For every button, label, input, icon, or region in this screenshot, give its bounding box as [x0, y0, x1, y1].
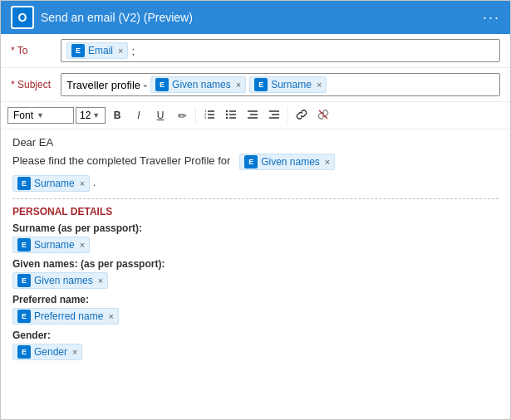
- given-names-token-icon: E: [155, 78, 169, 91]
- greeting-text: Dear EA: [12, 136, 499, 149]
- inline-surname-label: Surname: [34, 178, 75, 189]
- header-left: O Send an email (V2) (Preview): [11, 6, 193, 29]
- given-names-token[interactable]: E Given names ×: [150, 76, 246, 93]
- email-token[interactable]: E Email ×: [66, 42, 128, 59]
- given-names-field-label: Given names: [34, 275, 93, 286]
- underline-button[interactable]: U: [150, 105, 170, 125]
- inline-given-names-label: Given names: [261, 156, 320, 168]
- unordered-list-button[interactable]: [221, 105, 241, 125]
- font-size-selector[interactable]: 12 ▼: [76, 107, 106, 124]
- font-size-value: 12: [80, 110, 91, 121]
- to-label: * To: [11, 45, 61, 56]
- preferred-name-field-token[interactable]: E Preferred name ×: [12, 308, 119, 325]
- svg-point-9: [226, 110, 228, 111]
- toolbar-divider-2: [287, 107, 288, 124]
- email-content-area[interactable]: Dear EA Please find the completed Travel…: [1, 129, 510, 419]
- surname-block-label: Surname (as per passport):: [12, 222, 499, 234]
- inline-surname-token[interactable]: E Surname ×: [12, 175, 90, 192]
- given-names-field-icon: E: [17, 274, 31, 287]
- subject-field-row: * Subject Traveller profile - E Given na…: [1, 68, 510, 102]
- formatting-toolbar: Font ▼ 12 ▼ B I U ✏ 123: [1, 102, 510, 129]
- preferred-name-field-close[interactable]: ×: [108, 311, 113, 321]
- email-token-label: Email: [88, 45, 113, 56]
- intro-line: Please find the completed Traveller Prof…: [12, 154, 499, 170]
- surname-line: E Surname × .: [12, 175, 499, 192]
- surname-block: Surname (as per passport): E Surname ×: [12, 222, 499, 253]
- given-names-token-close[interactable]: ×: [236, 80, 241, 90]
- inline-given-names-token[interactable]: E Given names ×: [239, 154, 335, 170]
- gender-field-close[interactable]: ×: [72, 347, 77, 357]
- header-title: Send an email (V2) (Preview): [41, 11, 193, 24]
- email-body: * To E Email × ; * Subject Traveller pro…: [1, 34, 510, 419]
- given-names-block: Given names: (as per passport): E Given …: [12, 258, 499, 289]
- outlook-icon: O: [11, 6, 34, 29]
- toolbar-divider-1: [195, 107, 196, 124]
- inline-surname-close[interactable]: ×: [80, 178, 85, 188]
- to-field-content[interactable]: E Email × ;: [61, 39, 500, 62]
- surname-field-close[interactable]: ×: [80, 240, 85, 250]
- font-selector-arrow: ▼: [37, 111, 44, 120]
- surname-token[interactable]: E Surname ×: [249, 76, 327, 93]
- email-token-close[interactable]: ×: [118, 46, 123, 56]
- surname-token-icon: E: [254, 78, 268, 91]
- unordered-list-icon: [225, 109, 237, 123]
- surname-field-label: Surname: [34, 239, 75, 251]
- font-selector[interactable]: Font ▼: [7, 107, 74, 124]
- given-names-field-close[interactable]: ×: [98, 276, 103, 286]
- subject-label: * Subject: [11, 79, 61, 90]
- subject-field-content[interactable]: Traveller profile - E Given names × E Su…: [61, 73, 500, 96]
- section-title: PERSONAL DETAILS: [12, 206, 499, 217]
- gender-block-label: Gender:: [12, 330, 499, 341]
- bold-button[interactable]: B: [107, 105, 127, 125]
- intro-text: Please find the completed Traveller Prof…: [12, 154, 230, 167]
- content-divider: [12, 198, 499, 199]
- gender-field-icon: E: [17, 345, 31, 359]
- app-header: O Send an email (V2) (Preview) ···: [1, 1, 510, 34]
- svg-point-11: [226, 116, 228, 118]
- to-field-row: * To E Email × ;: [1, 34, 510, 68]
- outlook-icon-letter: O: [18, 11, 27, 24]
- surname-period: .: [93, 176, 96, 188]
- indent-increase-icon: [268, 109, 280, 123]
- italic-button[interactable]: I: [129, 105, 149, 125]
- font-size-arrow: ▼: [92, 111, 100, 120]
- surname-token-label: Surname: [271, 79, 312, 90]
- highlight-button[interactable]: ✏: [172, 105, 192, 125]
- preferred-name-field-label: Preferred name: [34, 310, 103, 322]
- font-selector-label: Font: [13, 110, 33, 121]
- inline-given-names-icon: E: [244, 155, 258, 168]
- gender-field-label: Gender: [34, 346, 67, 358]
- email-token-icon: E: [71, 44, 85, 57]
- svg-text:3: 3: [204, 115, 207, 120]
- inline-surname-icon: E: [17, 177, 31, 190]
- indent-decrease-button[interactable]: [243, 105, 263, 125]
- given-names-block-label: Given names: (as per passport):: [12, 258, 499, 270]
- unlink-icon: [317, 109, 329, 123]
- link-icon: [296, 109, 307, 123]
- gender-field-token[interactable]: E Gender ×: [12, 344, 82, 360]
- gender-block: Gender: E Gender ×: [12, 330, 499, 360]
- surname-token-close[interactable]: ×: [317, 80, 322, 90]
- given-names-field-token[interactable]: E Given names ×: [12, 272, 108, 289]
- ordered-list-icon: 123: [204, 109, 215, 123]
- surname-field-token[interactable]: E Surname ×: [12, 237, 90, 253]
- surname-field-icon: E: [17, 238, 31, 252]
- preferred-name-block: Preferred name: E Preferred name ×: [12, 294, 499, 325]
- insert-link-button[interactable]: [292, 105, 312, 125]
- to-separator: ;: [131, 45, 135, 57]
- subject-prefix: Traveller profile -: [66, 79, 147, 91]
- preferred-name-field-icon: E: [17, 310, 31, 323]
- indent-increase-button[interactable]: [264, 105, 284, 125]
- inline-given-names-close[interactable]: ×: [325, 157, 330, 167]
- preferred-name-block-label: Preferred name:: [12, 294, 499, 305]
- given-names-token-label: Given names: [172, 79, 231, 90]
- more-options-button[interactable]: ···: [483, 9, 500, 27]
- ordered-list-button[interactable]: 123: [199, 105, 219, 125]
- indent-decrease-icon: [247, 109, 258, 123]
- highlight-icon: ✏: [178, 110, 187, 122]
- svg-point-10: [226, 113, 228, 115]
- remove-link-button[interactable]: [313, 105, 333, 125]
